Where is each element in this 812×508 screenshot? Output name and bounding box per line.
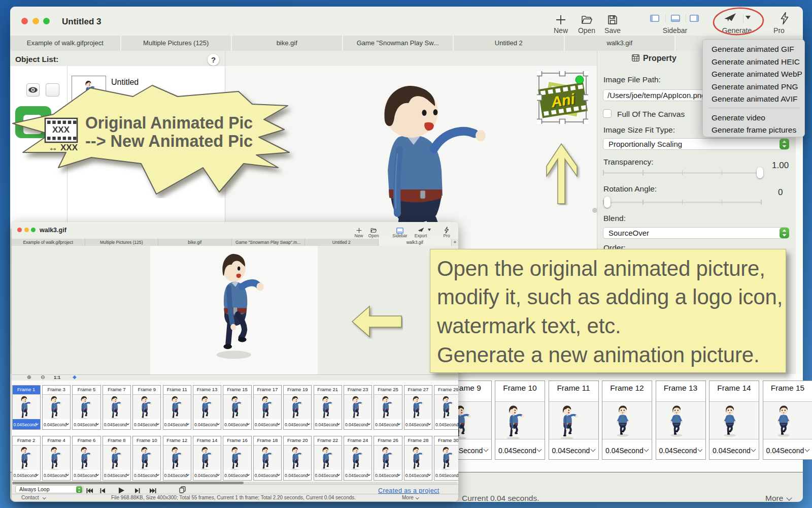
svg-text:Original Animated Pic: Original Animated Pic [85, 113, 253, 132]
svg-text:↔: ↔ [48, 142, 58, 153]
svg-text:XXX: XXX [52, 125, 70, 135]
svg-text:XXX: XXX [60, 143, 78, 152]
svg-text:--> New Animated Pic: --> New Animated Pic [85, 132, 253, 150]
